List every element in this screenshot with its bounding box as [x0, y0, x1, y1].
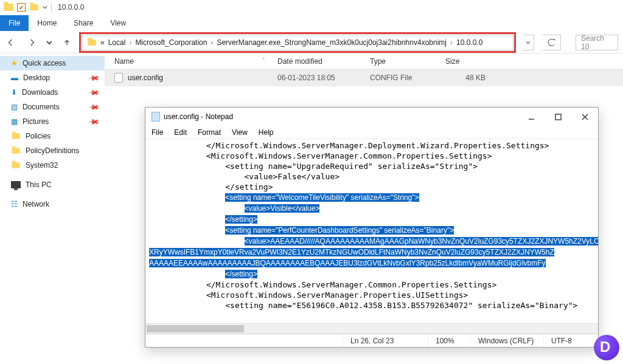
close-button[interactable]: [571, 108, 598, 126]
status-eol: Windows (CRLF): [470, 334, 543, 347]
address-bar[interactable]: « Local › Microsoft_Corporation › Server…: [82, 35, 513, 50]
breadcrumb-overflow[interactable]: «: [100, 38, 105, 47]
forward-button[interactable]: [26, 36, 38, 49]
sidebar-item-label: Policies: [26, 132, 50, 140]
navigation-pane: ★ Quick access ▬Desktop📌 ⬇Downloads📌 ▤Do…: [0, 53, 105, 364]
qat-folder-icon[interactable]: [30, 4, 38, 10]
menu-help[interactable]: Help: [259, 128, 274, 137]
pin-icon: 📌: [88, 86, 100, 99]
sidebar-item-label: Pictures: [23, 117, 49, 126]
tab-share[interactable]: Share: [65, 15, 102, 31]
qat-properties-icon[interactable]: ✔: [17, 3, 26, 12]
notepad-titlebar[interactable]: user.config - Notepad: [145, 108, 598, 126]
desktop-icon: ▬: [11, 74, 18, 82]
watermark-logo: [594, 335, 619, 360]
recent-locations-button[interactable]: [46, 36, 52, 49]
column-size[interactable]: Size: [445, 57, 500, 66]
menu-edit[interactable]: Edit: [174, 128, 187, 137]
file-name: user.config: [128, 74, 163, 82]
menu-view[interactable]: View: [232, 128, 248, 137]
notepad-icon: [151, 112, 160, 122]
explorer-titlebar: ✔ 10.0.0.0: [0, 0, 623, 15]
separator: [51, 2, 52, 12]
sidebar-item-label: Quick access: [23, 59, 66, 67]
up-button[interactable]: [61, 36, 73, 49]
sidebar-quick-access[interactable]: ★ Quick access: [0, 56, 105, 70]
minimize-button[interactable]: [518, 108, 545, 126]
maximize-button[interactable]: [545, 108, 571, 126]
scrollbar-track[interactable]: [245, 324, 598, 334]
sidebar-this-pc[interactable]: This PC: [0, 177, 105, 192]
back-button[interactable]: [5, 36, 17, 49]
breadcrumb-item[interactable]: 10.0.0.0: [456, 38, 482, 47]
navigation-bar: « Local › Microsoft_Corporation › Server…: [0, 32, 623, 53]
folder-icon: [88, 39, 96, 45]
notepad-title: user.config - Notepad: [164, 112, 518, 121]
scrollbar-horizontal[interactable]: [145, 323, 598, 334]
sidebar-item-desktop[interactable]: ▬Desktop📌: [0, 70, 105, 85]
pin-icon: 📌: [88, 72, 100, 84]
scrollbar-thumb[interactable]: [147, 325, 244, 332]
sidebar-item-label: Documents: [23, 103, 60, 111]
column-label: Name: [114, 57, 134, 66]
sidebar-item-policies[interactable]: Policies: [0, 129, 105, 143]
chevron-down-icon[interactable]: [43, 5, 47, 10]
status-zoom: 100%: [428, 334, 470, 347]
tab-file[interactable]: File: [0, 15, 29, 31]
sidebar-item-label: This PC: [26, 180, 52, 189]
sidebar-item-label: PolicyDefinitions: [26, 146, 79, 155]
folder-icon: [12, 133, 20, 139]
refresh-button[interactable]: [543, 35, 561, 50]
menu-format[interactable]: Format: [198, 128, 221, 137]
file-type: CONFIG File: [370, 74, 445, 82]
sidebar-item-label: Network: [23, 200, 49, 208]
search-input[interactable]: Search 10: [576, 35, 618, 50]
folder-icon: [4, 4, 13, 11]
file-date: 06-01-2023 18:05: [277, 74, 370, 82]
sidebar-item-downloads[interactable]: ⬇Downloads📌: [0, 85, 105, 100]
status-position: Ln 26, Col 23: [343, 334, 428, 347]
sidebar-item-label: System32: [26, 161, 58, 170]
notepad-window: user.config - Notepad File Edit Format V…: [145, 107, 599, 348]
column-name[interactable]: Name˄: [114, 57, 277, 66]
file-list-pane: Name˄ Date modified Type Size user.confi…: [105, 53, 623, 364]
status-encoding: UTF-8: [543, 334, 598, 347]
pictures-icon: ▦: [11, 117, 18, 126]
column-type[interactable]: Type: [370, 57, 445, 66]
window-title: 10.0.0.0: [58, 3, 84, 12]
tab-home[interactable]: Home: [29, 15, 65, 31]
sidebar-item-label: Desktop: [23, 74, 50, 82]
column-date[interactable]: Date modified: [277, 57, 370, 66]
sidebar-network[interactable]: ☷Network: [0, 197, 105, 211]
star-icon: ★: [11, 59, 18, 67]
chevron-right-icon[interactable]: ›: [211, 38, 213, 47]
chevron-right-icon[interactable]: ›: [129, 38, 131, 47]
network-icon: ☷: [11, 200, 18, 208]
sidebar-item-label: Downloads: [22, 88, 58, 97]
breadcrumb-item[interactable]: Local: [108, 38, 126, 47]
pin-icon: 📌: [88, 101, 100, 114]
menu-file[interactable]: File: [151, 128, 163, 137]
sort-indicator-icon: ˄: [262, 57, 265, 66]
notepad-text-area[interactable]: </Microsoft.Windows.ServerManager.Deploy…: [145, 139, 598, 323]
breadcrumb-item[interactable]: Microsoft_Corporation: [135, 38, 207, 47]
ribbon-tabs: File Home Share View: [0, 15, 623, 32]
download-icon: ⬇: [11, 88, 17, 97]
sidebar-item-documents[interactable]: ▤Documents📌: [0, 100, 105, 114]
notepad-statusbar: Ln 26, Col 23 100% Windows (CRLF) UTF-8: [145, 334, 598, 347]
pin-icon: 📌: [88, 115, 100, 128]
pc-icon: [11, 181, 21, 188]
chevron-right-icon[interactable]: ›: [450, 38, 453, 47]
breadcrumb-item[interactable]: ServerManager.exe_StrongName_m3xk0k0ucj0…: [217, 38, 447, 47]
file-row[interactable]: user.config 06-01-2023 18:05 CONFIG File…: [105, 69, 623, 86]
column-headers[interactable]: Name˄ Date modified Type Size: [105, 53, 623, 69]
tab-view[interactable]: View: [102, 15, 134, 31]
document-icon: ▤: [11, 103, 18, 111]
folder-icon: [12, 148, 20, 154]
file-icon: [114, 73, 123, 83]
sidebar-item-policydefinitions[interactable]: PolicyDefinitions: [0, 143, 105, 158]
sidebar-item-system32[interactable]: System32: [0, 158, 105, 173]
svg-rect-0: [555, 114, 560, 119]
address-history-button[interactable]: [522, 35, 534, 50]
sidebar-item-pictures[interactable]: ▦Pictures📌: [0, 114, 105, 129]
